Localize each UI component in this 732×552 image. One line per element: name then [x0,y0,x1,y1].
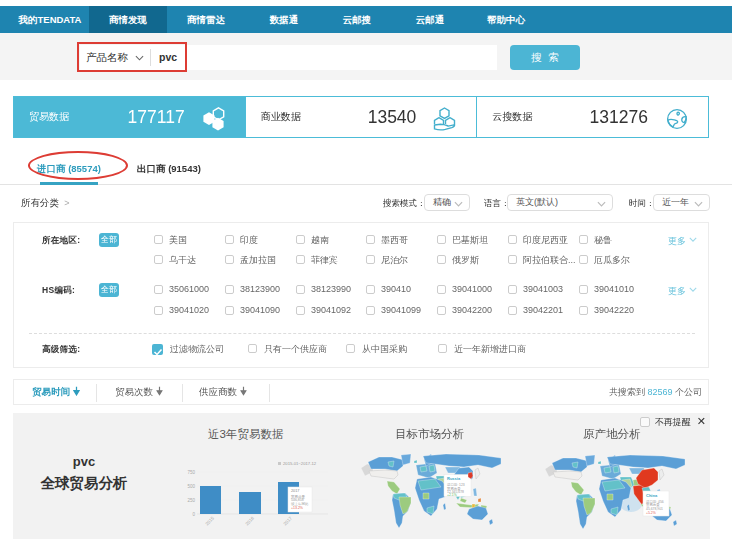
svg-text:250: 250 [187,498,195,503]
svg-text:2017: 2017 [291,489,299,493]
svg-text:China: China [646,493,658,498]
svg-text:+5.2%: +5.2% [646,511,656,515]
svg-text:500: 500 [187,484,195,489]
svg-text:2016: 2016 [244,515,255,526]
svg-text:750: 750 [187,470,195,475]
svg-text:Russia: Russia [447,476,461,481]
svg-text:0: 0 [192,512,195,517]
svg-text:2015-01~2017-12: 2015-01~2017-12 [283,461,317,466]
svg-text:+13.2%: +13.2% [291,506,303,510]
svg-text:2017: 2017 [282,515,293,526]
svg-text:+2.1%: +2.1% [447,493,457,497]
svg-text:2015: 2015 [204,515,215,526]
